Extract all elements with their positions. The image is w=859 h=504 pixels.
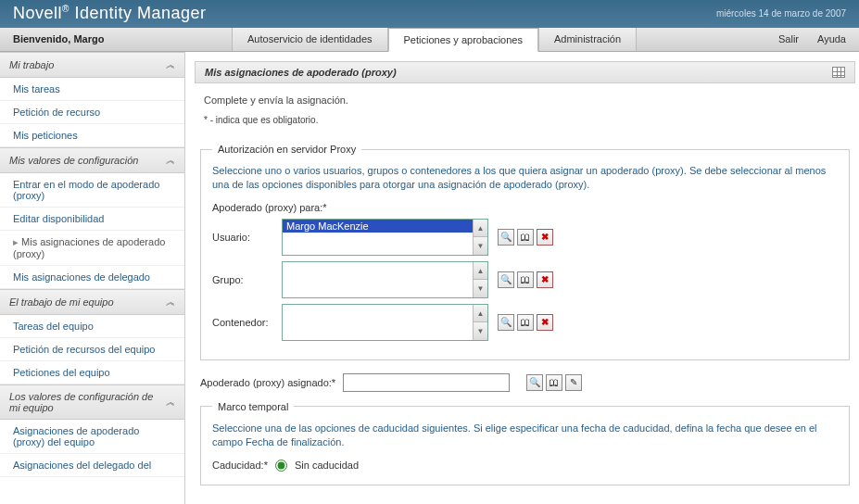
scroll-up-icon[interactable]: ▲	[474, 262, 487, 281]
group-label: Grupo:	[212, 274, 282, 285]
top-links: Salir Ayuda	[765, 28, 859, 51]
banner: Novell® Identity Manager miércoles 14 de…	[0, 0, 859, 28]
remove-icon[interactable]: ✖	[537, 271, 553, 288]
required-note: * - indica que es obligatorio.	[195, 111, 855, 138]
scroll-down-icon[interactable]: ▼	[474, 237, 487, 255]
container-label: Contenedor:	[212, 317, 282, 328]
edit-icon[interactable]: ✎	[565, 374, 582, 391]
assigned-row: Apoderado (proxy) asignado:* 🔍 🕮 ✎	[200, 373, 850, 392]
product-title: Novell® Identity Manager	[13, 4, 207, 23]
sidebar-item-my-requests[interactable]: Mis peticiones	[0, 124, 184, 147]
timeframe-fieldset: Marco temporal Seleccione una de las opc…	[200, 401, 850, 485]
scroll-up-icon[interactable]: ▲	[474, 305, 487, 323]
proxy-for-label: Apoderado (proxy) para:*	[212, 202, 838, 213]
sidebar-group-mywork[interactable]: Mi trabajo︽	[0, 52, 184, 78]
chevron-icon: ︽	[166, 396, 175, 409]
user-listbox[interactable]: Margo MacKenzie	[283, 220, 473, 255]
history-icon[interactable]: 🕮	[517, 314, 534, 331]
sidebar-group-teamwork[interactable]: El trabajo de mi equipo︽	[0, 289, 184, 315]
proxy-auth-help: Seleccione uno o varios usuarios, grupos…	[212, 164, 838, 193]
panel-title: Mis asignaciones de apoderado (proxy)	[205, 67, 397, 78]
search-icon[interactable]: 🔍	[498, 271, 514, 288]
sidebar-item-my-proxy-assignments[interactable]: Mis asignaciones de apoderado (proxy)	[0, 231, 184, 266]
container-listbox[interactable]	[283, 305, 473, 340]
help-link[interactable]: Ayuda	[817, 33, 846, 45]
sidebar: Mi trabajo︽ Mis tareas Petición de recur…	[0, 52, 185, 504]
assigned-input[interactable]	[343, 373, 510, 392]
scroll-down-icon[interactable]: ▼	[474, 322, 487, 340]
search-icon[interactable]: 🔍	[498, 314, 514, 331]
chevron-icon: ︽	[166, 58, 175, 71]
history-icon[interactable]: 🕮	[517, 271, 534, 288]
sidebar-item-my-delegate-assignments[interactable]: Mis asignaciones de delegado	[0, 266, 184, 289]
sidebar-item-enter-proxy[interactable]: Entrar en el modo de apoderado (proxy)	[0, 173, 184, 208]
banner-date: miércoles 14 de marzo de 2007	[716, 8, 846, 19]
timeframe-legend: Marco temporal	[212, 401, 294, 412]
row-user: Usuario: Margo MacKenzie ▲▼ 🔍 🕮 ✖	[212, 219, 838, 256]
expiry-label: Caducidad:*	[212, 460, 268, 471]
logout-link[interactable]: Salir	[778, 33, 799, 45]
tab-requests-approvals[interactable]: Peticiones y aprobaciones	[388, 28, 538, 52]
sidebar-group-teamsettings[interactable]: Los valores de configuración de mi equip…	[0, 384, 184, 420]
search-icon[interactable]: 🔍	[498, 229, 514, 246]
chevron-icon: ︽	[166, 296, 175, 309]
content: Mis asignaciones de apoderado (proxy) Co…	[185, 52, 859, 504]
tab-identity-selfservice[interactable]: Autoservicio de identidades	[232, 28, 388, 51]
proxy-auth-legend: Autorización en servidor Proxy	[212, 144, 361, 155]
sidebar-item-team-delegate-assignments[interactable]: Asignaciones del delegado del	[0, 454, 184, 477]
sidebar-group-mysettings[interactable]: Mis valores de configuración︽	[0, 147, 184, 173]
remove-icon[interactable]: ✖	[537, 314, 553, 331]
topbar: Bienvenido, Margo Autoservicio de identi…	[0, 28, 859, 52]
sidebar-item-my-tasks[interactable]: Mis tareas	[0, 78, 184, 101]
row-group: Grupo: ▲▼ 🔍 🕮 ✖	[212, 261, 838, 298]
scroll-up-icon[interactable]: ▲	[474, 220, 487, 238]
tab-administration[interactable]: Administración	[538, 28, 637, 51]
history-icon[interactable]: 🕮	[546, 374, 562, 391]
sidebar-item-edit-availability[interactable]: Editar disponibilidad	[0, 208, 184, 231]
expiry-none-label: Sin caducidad	[295, 460, 359, 471]
instruction-text: Complete y envía la asignación.	[195, 83, 855, 111]
sidebar-item-resource-request[interactable]: Petición de recurso	[0, 101, 184, 124]
sidebar-item-team-requests[interactable]: Peticiones del equipo	[0, 361, 184, 384]
history-icon[interactable]: 🕮	[517, 229, 534, 246]
expiry-none-radio[interactable]	[275, 460, 287, 472]
group-listbox[interactable]	[283, 262, 473, 297]
user-selected[interactable]: Margo MacKenzie	[283, 220, 473, 233]
main-tabs: Autoservicio de identidades Peticiones y…	[232, 28, 765, 51]
user-label: Usuario:	[212, 232, 282, 243]
proxy-auth-fieldset: Autorización en servidor Proxy Seleccion…	[200, 144, 850, 360]
remove-icon[interactable]: ✖	[537, 229, 553, 246]
timeframe-help: Seleccione una de las opciones de caduci…	[212, 422, 838, 450]
grid-icon[interactable]	[832, 67, 845, 78]
sidebar-item-team-tasks[interactable]: Tareas del equipo	[0, 315, 184, 338]
scroll-down-icon[interactable]: ▼	[474, 280, 487, 297]
chevron-icon: ︽	[166, 154, 175, 167]
panel-header: Mis asignaciones de apoderado (proxy)	[195, 61, 855, 83]
search-icon[interactable]: 🔍	[526, 374, 543, 391]
sidebar-item-team-proxy-assignments[interactable]: Asignaciones de apoderado (proxy) del eq…	[0, 420, 184, 454]
assigned-label: Apoderado (proxy) asignado:*	[200, 377, 335, 388]
sidebar-item-team-resource-request[interactable]: Petición de recursos del equipo	[0, 338, 184, 361]
welcome-text: Bienvenido, Margo	[0, 28, 232, 51]
row-container: Contenedor: ▲▼ 🔍 🕮 ✖	[212, 304, 838, 341]
